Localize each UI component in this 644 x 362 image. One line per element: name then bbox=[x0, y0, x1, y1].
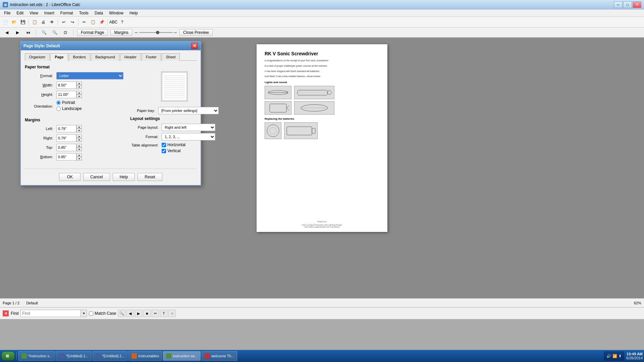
tab-footer[interactable]: Footer bbox=[142, 53, 161, 61]
margins-section: Margins Left: ▲ ▼ bbox=[25, 118, 123, 161]
toolbar-new[interactable]: 📄 bbox=[1, 18, 9, 26]
preview-zoom-out[interactable]: 🔍 bbox=[51, 28, 59, 37]
find-dropdown-button[interactable]: ▼ bbox=[81, 310, 87, 317]
toolbar-paste[interactable]: 📌 bbox=[98, 18, 106, 26]
find-input[interactable] bbox=[20, 310, 81, 317]
match-case-checkbox[interactable] bbox=[89, 311, 93, 316]
preview-forward[interactable]: ▶ bbox=[13, 28, 21, 37]
maximize-button[interactable]: □ bbox=[623, 1, 632, 8]
dialog-buttons: OK Cancel Help Reset bbox=[25, 169, 197, 181]
tab-borders[interactable]: Borders bbox=[69, 53, 91, 61]
close-preview-button[interactable]: Close Preview bbox=[179, 29, 213, 36]
preview-zoom-in[interactable]: 🔍 bbox=[40, 28, 48, 37]
horizontal-checkbox[interactable] bbox=[162, 143, 166, 147]
bottom-down[interactable]: ▼ bbox=[76, 157, 82, 161]
toolbar-redo[interactable]: ↪ bbox=[68, 18, 76, 26]
menu-tools[interactable]: Tools bbox=[76, 10, 91, 16]
toolbar-save[interactable]: 💾 bbox=[19, 18, 27, 26]
tab-sheet[interactable]: Sheet bbox=[162, 53, 180, 61]
toolbar-spellcheck[interactable]: ABC bbox=[109, 18, 117, 26]
tab-header[interactable]: Header bbox=[120, 53, 141, 61]
menu-insert[interactable]: Insert bbox=[42, 10, 57, 16]
top-margin-input[interactable] bbox=[56, 144, 76, 151]
width-up[interactable]: ▲ bbox=[76, 81, 82, 85]
doc-images-batteries bbox=[265, 122, 379, 139]
menu-view[interactable]: View bbox=[27, 10, 41, 16]
format-select[interactable]: Letter A4 Legal bbox=[56, 72, 123, 79]
minimize-button[interactable]: ─ bbox=[614, 1, 623, 8]
find-prev-btn[interactable]: ◀ bbox=[126, 310, 134, 317]
find-pencil-btn[interactable]: ✏ bbox=[152, 310, 159, 317]
height-up[interactable]: ▲ bbox=[76, 91, 82, 95]
toolbar-cut[interactable]: ✂ bbox=[80, 18, 88, 26]
vertical-checkbox[interactable] bbox=[162, 149, 166, 153]
width-input[interactable] bbox=[56, 81, 76, 89]
zoom-slider-thumb[interactable] bbox=[156, 31, 159, 34]
close-button[interactable]: ✕ bbox=[633, 1, 641, 8]
top-up[interactable]: ▲ bbox=[76, 144, 82, 147]
find-close-button[interactable]: ✕ bbox=[3, 310, 9, 316]
find-circle-btn[interactable]: ○ bbox=[168, 310, 176, 317]
taskbar-item-1[interactable]: *[Untitled]-1... bbox=[56, 351, 92, 361]
right-down[interactable]: ▼ bbox=[76, 138, 82, 142]
toolbar-copy[interactable]: 📋 bbox=[89, 18, 97, 26]
find-next-btn[interactable]: ▶ bbox=[135, 310, 142, 317]
menu-format[interactable]: Format bbox=[58, 10, 76, 16]
bottom-margin-input[interactable] bbox=[56, 153, 76, 161]
portrait-radio[interactable] bbox=[56, 101, 61, 105]
zoom-slider-track[interactable] bbox=[139, 32, 173, 33]
cancel-button[interactable]: Cancel bbox=[83, 173, 110, 181]
preview-fit[interactable]: ⊡ bbox=[61, 28, 69, 37]
toolbar-help[interactable]: ? bbox=[118, 18, 126, 26]
toolbar-print[interactable]: 🖨 bbox=[39, 18, 47, 26]
toolbar-preview[interactable]: 👁 bbox=[48, 18, 56, 26]
find-format-btn[interactable]: T bbox=[160, 310, 167, 317]
width-down[interactable]: ▼ bbox=[76, 85, 82, 89]
start-button[interactable]: ⊞ bbox=[1, 351, 15, 361]
format-layout-select[interactable]: 1, 2, 3, ... A, B, C, ... I, II, III, ..… bbox=[162, 133, 215, 140]
taskbar-icon-3 bbox=[131, 353, 137, 359]
taskbar-item-4[interactable]: instruction se... bbox=[163, 351, 201, 361]
menu-edit[interactable]: Edit bbox=[14, 10, 26, 16]
taskbar-item-0[interactable]: *instruction s... bbox=[18, 351, 55, 361]
taskbar-item-2[interactable]: *[Untitled]-1... bbox=[93, 351, 128, 361]
preview-back[interactable]: ◀ bbox=[3, 28, 11, 37]
help-button[interactable]: Help bbox=[113, 173, 135, 181]
toolbar-open[interactable]: 📂 bbox=[10, 18, 18, 26]
tab-organizer[interactable]: Organizer bbox=[25, 53, 50, 61]
tab-page[interactable]: Page bbox=[50, 53, 68, 61]
menu-window[interactable]: Window bbox=[106, 10, 126, 16]
ok-button[interactable]: OK bbox=[59, 173, 80, 181]
margins-button[interactable]: Margins bbox=[110, 29, 132, 36]
left-up[interactable]: ▲ bbox=[76, 125, 82, 129]
menu-file[interactable]: File bbox=[1, 10, 13, 16]
landscape-radio[interactable] bbox=[56, 107, 61, 111]
taskbar-item-5[interactable]: welcome Th... bbox=[202, 351, 237, 361]
svg-rect-4 bbox=[298, 90, 328, 95]
reset-button[interactable]: Reset bbox=[138, 173, 162, 181]
find-select-btn[interactable]: ■ bbox=[143, 310, 151, 317]
top-down[interactable]: ▼ bbox=[76, 147, 82, 151]
zoom-slider[interactable]: ─ ─ bbox=[135, 30, 177, 35]
svg-point-12 bbox=[267, 125, 279, 137]
paper-tray-select[interactable]: [From printer settings] bbox=[158, 107, 219, 114]
toolbar-undo[interactable]: ↩ bbox=[60, 18, 68, 26]
toolbar-pdf[interactable]: 📋 bbox=[31, 18, 39, 26]
window-controls: ─ □ ✕ bbox=[614, 1, 641, 8]
menu-help[interactable]: Help bbox=[127, 10, 141, 16]
left-margin-input[interactable] bbox=[56, 125, 76, 132]
dialog-close-button[interactable]: ✕ bbox=[191, 43, 198, 49]
height-input[interactable] bbox=[56, 91, 76, 98]
format-page-button[interactable]: Format Page bbox=[77, 29, 108, 36]
page-layout-select[interactable]: Right and left Mirrored Only right Only … bbox=[162, 124, 215, 131]
height-down[interactable]: ▼ bbox=[76, 95, 82, 98]
bottom-up[interactable]: ▲ bbox=[76, 153, 82, 157]
right-margin-input[interactable] bbox=[56, 134, 76, 142]
left-down[interactable]: ▼ bbox=[76, 129, 82, 132]
tab-background[interactable]: Background bbox=[91, 53, 119, 61]
menu-data[interactable]: Data bbox=[92, 10, 106, 16]
preview-start[interactable]: ⏮ bbox=[24, 28, 32, 37]
taskbar-item-3[interactable]: instructables bbox=[128, 351, 162, 361]
find-search-btn[interactable]: 🔍 bbox=[118, 310, 125, 317]
right-up[interactable]: ▲ bbox=[76, 134, 82, 138]
